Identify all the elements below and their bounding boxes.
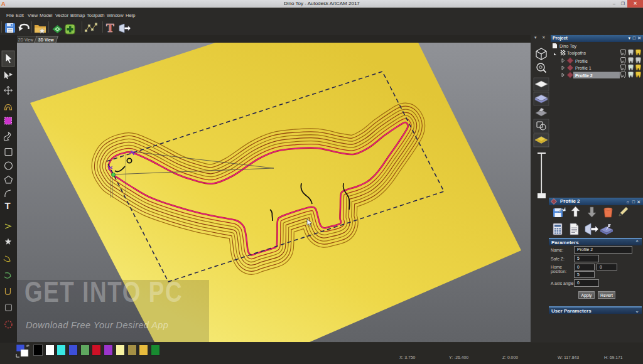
svg-text:Dino Toy: Dino Toy: [559, 44, 577, 49]
svg-text:Toolpaths: Toolpaths: [567, 51, 586, 56]
svg-text:Profile 1: Profile 1: [575, 66, 592, 70]
svg-text:Profile: Profile: [575, 59, 588, 63]
svg-text:T: T: [106, 21, 114, 35]
svg-text:✕: ✕: [542, 35, 546, 40]
svg-text:T: T: [5, 200, 11, 211]
svg-text:▾: ▾: [534, 35, 537, 40]
svg-text:Profile 2: Profile 2: [575, 73, 593, 78]
